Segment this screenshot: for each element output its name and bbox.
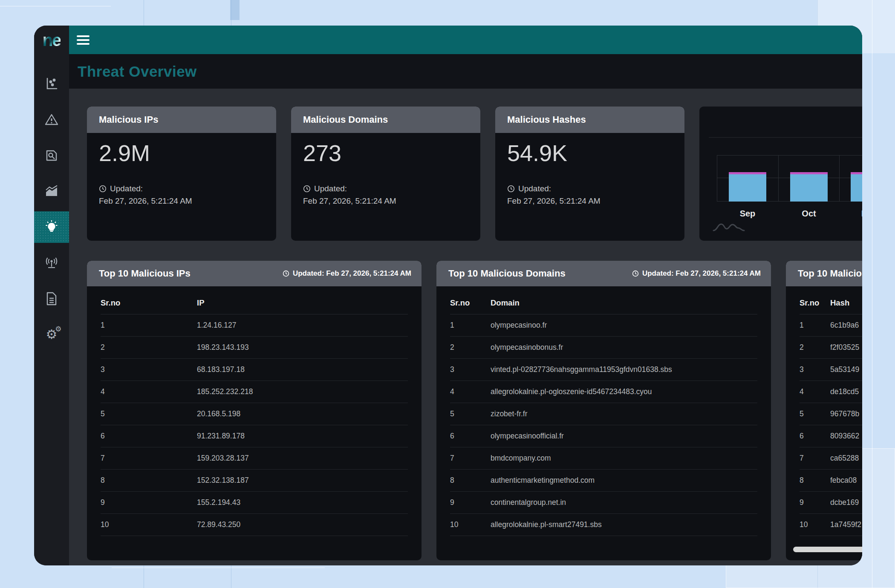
cell-srno: 6 bbox=[101, 432, 197, 441]
cell-value: 198.23.143.193 bbox=[197, 343, 408, 352]
bar-sep bbox=[729, 172, 766, 202]
updated-timestamp: Feb 27, 2026, 5:21:24 AM bbox=[99, 195, 264, 207]
x-axis-label: Sep bbox=[728, 209, 767, 219]
cell-srno: 5 bbox=[101, 409, 197, 418]
bg-grid-line bbox=[112, 568, 325, 568]
stat-value: 2.9M bbox=[99, 140, 264, 166]
top10-tables-row: Top 10 Malicious IPs Updated: Feb 27, 20… bbox=[87, 261, 862, 560]
document-icon bbox=[46, 292, 58, 306]
cell-value: 6c1b9a6 bbox=[830, 321, 862, 330]
logo-text: ne bbox=[43, 32, 61, 49]
table-row: 7159.203.28.137 bbox=[101, 447, 408, 470]
sidebar-item-feeds[interactable] bbox=[34, 245, 69, 281]
table-row: 9continentalgroup.net.in bbox=[450, 492, 757, 514]
wave-zoom-control-icon[interactable] bbox=[712, 220, 745, 234]
stat-cards-row: Malicious IPs 2.9M Updated: Feb bbox=[87, 107, 862, 241]
column-header-value: Hash bbox=[830, 298, 862, 308]
cell-srno: 5 bbox=[450, 409, 491, 418]
bar-oct bbox=[790, 172, 828, 202]
broadcast-icon bbox=[44, 256, 59, 270]
cell-srno: 2 bbox=[800, 343, 830, 352]
table-column-headers: Sr.no Domain bbox=[450, 286, 757, 314]
table-row: 8152.32.138.187 bbox=[101, 470, 408, 492]
table-row: 9155.2.194.43 bbox=[101, 492, 408, 514]
gears-icon: ⚙⚙ bbox=[46, 328, 58, 341]
card-divider bbox=[709, 137, 862, 138]
app-logo[interactable]: ne bbox=[34, 26, 69, 54]
scatter-chart-icon bbox=[45, 77, 58, 91]
table-row: 5967678b bbox=[800, 403, 862, 425]
cell-srno: 1 bbox=[800, 321, 830, 330]
table-updated: Updated: Feb 27, 2026, 5:21:24 AM bbox=[283, 269, 411, 278]
clock-icon bbox=[303, 185, 311, 193]
sidebar-item-investigate[interactable] bbox=[34, 138, 69, 173]
cell-value: 8093662 bbox=[830, 432, 862, 441]
stat-card-title: Malicious IPs bbox=[87, 107, 276, 133]
column-header-srno: Sr.no bbox=[101, 298, 197, 308]
cell-srno: 9 bbox=[101, 498, 197, 507]
table-row: 7bmdcompany.com bbox=[450, 447, 757, 470]
sidebar-item-settings[interactable]: ⚙⚙ bbox=[34, 317, 69, 352]
cell-value: 5a53149 bbox=[830, 365, 862, 374]
column-header-value: Domain bbox=[491, 298, 757, 308]
cell-srno: 1 bbox=[101, 321, 197, 330]
table-row: 8authenticmarketingmethod.com bbox=[450, 470, 757, 492]
cell-srno: 7 bbox=[450, 454, 491, 463]
cell-value: 68.183.197.18 bbox=[197, 365, 408, 374]
cell-value: authenticmarketingmethod.com bbox=[491, 476, 757, 485]
cell-srno: 9 bbox=[800, 498, 830, 507]
table-row: 5zizobet-fr.fr bbox=[450, 403, 757, 425]
bg-deco-rect bbox=[230, 0, 240, 20]
bar-fill bbox=[729, 174, 766, 202]
bg-grid-line bbox=[0, 6, 111, 6]
sidebar-item-reports[interactable] bbox=[34, 281, 69, 317]
column-header-value: IP bbox=[197, 298, 408, 308]
cell-value: 1.24.16.127 bbox=[197, 321, 408, 330]
table-row: 6olympecasinoofficial.fr bbox=[450, 425, 757, 447]
cell-value: 152.32.138.187 bbox=[197, 476, 408, 485]
cell-srno: 9 bbox=[450, 498, 491, 507]
hamburger-menu-icon[interactable] bbox=[77, 35, 90, 45]
table-row: 35a53149 bbox=[800, 359, 862, 381]
table-row: 11.24.16.127 bbox=[101, 314, 408, 337]
clock-icon bbox=[283, 270, 289, 277]
bar-fill bbox=[790, 174, 828, 202]
table-row: 7ca65288 bbox=[800, 447, 862, 470]
cell-srno: 8 bbox=[800, 476, 830, 485]
updated-label: Updated: bbox=[518, 182, 551, 195]
cell-srno: 10 bbox=[450, 520, 491, 529]
sidebar-item-alerts[interactable] bbox=[34, 102, 69, 138]
table-row: 10allegrolokalnie.pl-smart27491.sbs bbox=[450, 514, 757, 536]
cell-value: olympecasinoofficial.fr bbox=[491, 432, 757, 441]
cell-srno: 6 bbox=[450, 432, 491, 441]
cell-srno: 7 bbox=[101, 454, 197, 463]
file-search-icon bbox=[45, 149, 58, 162]
cell-srno: 10 bbox=[800, 520, 830, 529]
cell-value: 185.252.232.218 bbox=[197, 387, 408, 396]
table-row: 1072.89.43.250 bbox=[101, 514, 408, 536]
table-row: 691.231.89.178 bbox=[101, 425, 408, 447]
sidebar-item-intelligence[interactable] bbox=[34, 211, 69, 243]
top10-malicious-domains-card: Top 10 Malicious Domains Updated: Feb 27… bbox=[436, 261, 771, 560]
table-row: 4185.252.232.218 bbox=[101, 381, 408, 403]
x-axis-label: Oct bbox=[790, 209, 828, 219]
table-row: 4allegrolokalnie.pl-ogloszenie-id5467234… bbox=[450, 381, 757, 403]
stat-card-title: Malicious Domains bbox=[291, 107, 480, 133]
cell-srno: 7 bbox=[800, 454, 830, 463]
horizontal-scrollbar-thumb[interactable] bbox=[793, 547, 862, 552]
cell-value: ca65288 bbox=[830, 454, 862, 463]
cell-value: 155.2.194.43 bbox=[197, 498, 408, 507]
cell-value: olympecasinoo.fr bbox=[491, 321, 757, 330]
cell-srno: 6 bbox=[800, 432, 830, 441]
table-row: 8febca08 bbox=[800, 470, 862, 492]
sidebar-item-dashboard[interactable] bbox=[34, 66, 69, 102]
cell-srno: 4 bbox=[101, 387, 197, 396]
updated-timestamp: Feb 27, 2026, 5:21:24 AM bbox=[507, 195, 673, 207]
cell-value: febca08 bbox=[830, 476, 862, 485]
stat-card-malicious-ips: Malicious IPs 2.9M Updated: Feb bbox=[87, 107, 276, 241]
page-background: ne bbox=[0, 0, 895, 588]
cell-srno: 4 bbox=[450, 387, 491, 396]
sidebar-item-trends[interactable] bbox=[34, 173, 69, 209]
table-row: 4de18cd5 bbox=[800, 381, 862, 403]
cell-srno: 3 bbox=[101, 365, 197, 374]
